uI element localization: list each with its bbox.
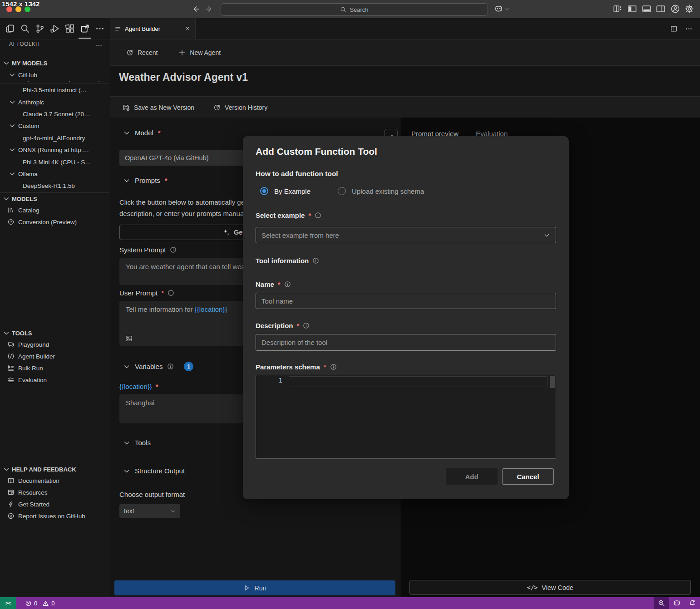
- toggle-primary-sidebar-icon[interactable]: [627, 4, 637, 14]
- radio-by-example[interactable]: [260, 187, 268, 195]
- search-sidebar-icon[interactable]: [20, 23, 30, 34]
- sidebar-item-playground[interactable]: Playground: [0, 339, 117, 350]
- split-editor-icon[interactable]: [670, 25, 678, 33]
- sidebar-section-help[interactable]: HELP AND FEEDBACK: [0, 463, 113, 475]
- sidebar-item-conversion[interactable]: Conversion (Preview): [0, 216, 117, 228]
- zoom-in-icon: [658, 599, 665, 607]
- library-icon: [7, 206, 15, 214]
- window-flag-icon: [7, 489, 15, 496]
- sidebar-item-resources[interactable]: Resources: [0, 486, 117, 498]
- sidebar-item-get-started[interactable]: Get Started: [0, 498, 117, 510]
- explorer-icon[interactable]: [5, 23, 15, 34]
- info-icon[interactable]: [170, 246, 177, 253]
- back-icon[interactable]: [192, 5, 200, 13]
- tree-group-custom[interactable]: Custom: [0, 120, 118, 132]
- source-control-icon[interactable]: [35, 23, 45, 34]
- sidebar-item-agent-builder[interactable]: Agent Builder: [0, 350, 117, 362]
- tool-description-input[interactable]: [256, 334, 556, 351]
- info-icon[interactable]: [312, 257, 319, 264]
- run-button[interactable]: Run: [114, 580, 395, 595]
- chevron-down-icon: [3, 466, 10, 473]
- chevron-down-icon: [543, 232, 550, 239]
- new-agent-button[interactable]: New Agent: [178, 49, 221, 56]
- chevron-down-icon: [3, 59, 10, 67]
- copilot-status[interactable]: [669, 597, 685, 609]
- sidebar-section-models[interactable]: MODELS: [0, 193, 113, 205]
- more-activity-icon[interactable]: [94, 23, 105, 34]
- version-history-button[interactable]: Version History: [213, 104, 267, 111]
- toggle-secondary-sidebar-icon[interactable]: [656, 4, 665, 14]
- sidebar-item-evaluation[interactable]: Evaluation: [0, 374, 117, 386]
- info-icon[interactable]: [330, 363, 337, 370]
- info-icon[interactable]: [303, 322, 310, 329]
- copilot-icon: [494, 4, 503, 14]
- tree-group-onnx[interactable]: ONNX (Running at http:…: [0, 144, 118, 156]
- sidebar-section-tools[interactable]: TOOLS: [0, 327, 113, 339]
- extensions-icon[interactable]: [64, 23, 75, 34]
- variables-section-header[interactable]: Variables 1: [123, 362, 193, 371]
- tools-section-header[interactable]: Tools: [123, 439, 151, 447]
- info-icon[interactable]: [167, 363, 174, 370]
- chevron-down-icon: [123, 129, 130, 137]
- save-icon: [123, 104, 130, 111]
- name-label: Name *: [256, 280, 291, 288]
- scrollbar-thumb[interactable]: [550, 376, 555, 388]
- save-as-new-version-button[interactable]: Save as New Version: [123, 104, 194, 111]
- info-icon[interactable]: [168, 290, 174, 296]
- radio-group: By Example Upload existing schema: [260, 187, 424, 195]
- tree-group-ollama[interactable]: Ollama: [0, 168, 118, 180]
- notifications[interactable]: [685, 597, 700, 609]
- toggle-panel-icon[interactable]: [642, 4, 651, 14]
- remote-indicator[interactable]: ><: [0, 597, 16, 609]
- customize-layout-icon[interactable]: [613, 4, 622, 14]
- model-section-header[interactable]: Model *: [123, 129, 161, 137]
- code-parens-icon: [7, 353, 15, 360]
- problems-indicator[interactable]: 0 0: [25, 600, 54, 607]
- sidebar-section-my-models[interactable]: MY MODELS: [0, 57, 113, 69]
- line-number: 1: [256, 377, 282, 384]
- radio-upload-schema[interactable]: [338, 187, 346, 195]
- parameters-schema-editor[interactable]: 1: [256, 375, 556, 459]
- sidebar-item-documentation[interactable]: Documentation: [0, 475, 117, 486]
- tree-group-anthropic[interactable]: Anthropic: [0, 96, 118, 108]
- chevron-down-icon: [9, 71, 16, 79]
- tree-group-github[interactable]: GitHub: [0, 69, 118, 81]
- forward-icon[interactable]: [205, 5, 213, 13]
- zoom-indicator[interactable]: [654, 597, 669, 609]
- tool-name-input[interactable]: [256, 293, 556, 309]
- select-example-dropdown[interactable]: Select example from here: [256, 227, 556, 243]
- sidebar-more-icon[interactable]: [95, 42, 103, 49]
- sparkle-icon: [223, 229, 230, 236]
- view-code-button[interactable]: </> View Code: [409, 580, 691, 595]
- editor-more-icon[interactable]: [685, 25, 693, 33]
- status-bar: >< 0 0: [0, 597, 700, 609]
- chevron-down-icon: [3, 195, 10, 202]
- search-input[interactable]: Search: [221, 3, 488, 16]
- sidebar-item-catalog[interactable]: Catalog: [0, 204, 117, 216]
- copilot-menu-button[interactable]: [494, 4, 509, 14]
- sidebar-item-report-issues[interactable]: Report Issues on GitHub: [0, 510, 117, 522]
- prompts-section-header[interactable]: Prompts *: [123, 177, 168, 184]
- account-icon[interactable]: [670, 4, 680, 14]
- close-icon[interactable]: [184, 25, 191, 32]
- agent-title: Weather Advisor Agent v1: [119, 71, 248, 83]
- sidebar-item-bulk-run[interactable]: Bulk Run: [0, 362, 117, 374]
- ai-toolkit-activity-icon[interactable]: [79, 23, 90, 34]
- run-debug-icon[interactable]: [49, 23, 60, 34]
- recent-button[interactable]: Recent: [126, 49, 158, 56]
- info-icon[interactable]: [284, 281, 291, 288]
- search-icon: [340, 6, 346, 13]
- cancel-button[interactable]: Cancel: [502, 468, 554, 485]
- add-button[interactable]: Add: [446, 468, 498, 485]
- check-list-icon: [7, 376, 15, 383]
- structure-output-section-header[interactable]: Structure Output: [123, 467, 185, 475]
- gauge-icon: [7, 218, 15, 226]
- info-icon[interactable]: [315, 212, 321, 219]
- radio-by-example-label[interactable]: By Example: [274, 187, 311, 195]
- image-icon[interactable]: [125, 334, 133, 343]
- radio-upload-schema-label[interactable]: Upload existing schema: [352, 187, 424, 195]
- output-format-select[interactable]: text: [119, 504, 180, 518]
- settings-gear-icon[interactable]: [685, 4, 694, 14]
- history-icon: [213, 104, 221, 111]
- tab-agent-builder[interactable]: Agent Builder: [110, 18, 196, 39]
